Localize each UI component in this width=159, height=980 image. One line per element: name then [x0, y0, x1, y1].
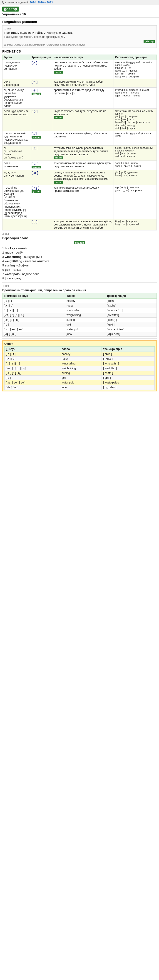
phonetics-trans-symbol: [ ŋ ] [30, 219, 52, 231]
step4-trans: [ wɪndsɜːfɪŋ ] [105, 308, 157, 313]
table-row: [ ɜː ] [ ɪ ] [ ŋ ]surfing[ sɜːfɪŋ ] [3, 318, 157, 322]
phonetics-notes: похож на безударный гласный в слове «хлА… [114, 60, 156, 79]
step4-word: hockey [65, 299, 105, 303]
table-row: [ ɜː ] [ ɪ ] [ ŋ ]surfing[ sɜːfɪŋ ] [5, 371, 155, 375]
step4-trans: [ weɪtlɪftɪŋ ] [105, 313, 157, 318]
phonetics-how: язык немного оттянуть от нижних зубов, г… [52, 161, 114, 170]
phonetics-letters: oo+kи после p, b [3, 79, 30, 88]
step4-sound: [ ɒ ] [3, 322, 65, 327]
list-item: 1hockey - хоккей [2, 246, 157, 250]
step4-table: внимание на звук слово транскрипция [ ɒ … [2, 293, 157, 337]
step3-label: 3 шаг [2, 232, 157, 235]
col-letters-header: Буква [3, 55, 30, 60]
answer-trans: [ rʌgbɪ ] [102, 356, 155, 361]
step4-trans: [ rʌgbɪ ] [105, 303, 157, 308]
phonetics-trans-symbol: [ ɪ ]gdz.top [30, 131, 52, 146]
phonetics-how: рот слегка открыть, губы расслабить, язы… [52, 60, 114, 79]
answer-word: surfing [60, 371, 102, 375]
step4-sound: [ ɪ ] [ ɪ ] [ ŋ ] [3, 308, 65, 313]
phonetics-how: язык расположить у основания нижних зубо… [52, 219, 114, 231]
answer-trans: [ dʒuːdəʊ ] [102, 385, 155, 390]
phonetics-row: oror + согласная букваои (кроме aunt)[ ɔ… [3, 146, 157, 161]
years-label: Другие года изданий [2, 1, 28, 4]
table-row: [ ɪ ] [ ɪ ] [ ŋ ]windsurfing[ wɪndsɜːfɪŋ… [3, 308, 157, 313]
phonetics-row: u + одна или несколько согласных[ ʌ ]рот… [3, 60, 157, 79]
phonetics-letters [3, 219, 30, 231]
phonetics-letters: i, если после неё идут одна или нескольк… [3, 131, 30, 146]
list-item: 6golf - гольф [2, 267, 157, 272]
step4-sound: [ eɪ ] [ ɪ ] [ ɪ ] [ ŋ ] [3, 313, 65, 318]
gdz-watermark-3: gdz.top [74, 241, 85, 244]
answer-col-trans: транскрипция [102, 347, 155, 352]
step3-task: Переводим слова [2, 236, 157, 240]
top-bar: Другие года изданий 2014 2016 – 2023 [0, 0, 159, 5]
phonetics-notes: похож на безударный [й] в «как «кто» [114, 131, 156, 146]
answer-trans: [ wɪndsɜːfɪŋ ] [102, 361, 155, 366]
answer-word: judo [60, 385, 102, 390]
step4-sound: [ ɒ ] [ ɪ ] [3, 299, 65, 303]
year1[interactable]: 2014 [30, 1, 36, 4]
step4-col-word: слово [65, 293, 105, 299]
phonetics-letters: если идут одна или несколько гласных [3, 109, 30, 131]
table-row: [ ʌ ] [ ɪ ]rugby[ rʌgbɪ ] [3, 303, 157, 308]
step4-label: 4 шаг [2, 284, 157, 288]
phonetics-row: если идут одна или несколько гласных[ ɒ … [3, 109, 157, 131]
list-item: 2rugby - регби [2, 250, 157, 255]
step4-trans: [ dʒuːdəʊ ] [105, 332, 157, 337]
list-item: 7water polo - водное поло [2, 272, 157, 276]
step4-section: 4 шаг Произносим транскрипции, опираясь … [2, 284, 157, 337]
phonetics-row: i, если после неё идут одна или нескольк… [3, 131, 157, 146]
table-row: [ eɪ ] [ ɪ ] [ ɪ ] [ ŋ ]weightlifting[ w… [3, 313, 157, 318]
col-how-header: Как произносить звук [52, 55, 114, 60]
step1-note: В этом упражнении произносятся некоторые… [4, 43, 155, 46]
list-item: 5surfing - сёрфинг [2, 263, 157, 267]
phonetics-letters: j, ge, gi, gyисключения get, give, giftн… [3, 185, 30, 219]
phonetics-notes [114, 79, 156, 88]
answer-sound: [ eɪ ] [ ɪ ] [ ɪ ] [ ŋ ] [5, 366, 60, 371]
site-logo[interactable]: gdz.top [2, 6, 19, 11]
site-header: gdz.top Упражнение 10 [0, 5, 159, 18]
phonetics-how: кончик языка к нижним зубам, губы слегка… [52, 131, 114, 146]
phonetics-how: спинку языка приподнять и расположить ро… [52, 170, 114, 185]
answer-section: Ответ [ ] звук слово транскрипция [ ɒ ] … [2, 340, 157, 391]
answer-sound: [ dʒ ] [ uː ] [5, 385, 60, 390]
table-row: [ ɒ ] [ ɪ ]hockey[ hɒkɪ ] [3, 299, 157, 303]
answer-trans: [ wɔːtə piːləʊ ] [102, 380, 155, 385]
answer-col-word: слово [60, 347, 102, 352]
answer-word: rugby [60, 356, 102, 361]
divider-1 [2, 282, 157, 283]
phonetics-trans-symbol: [ ʌ ] [30, 60, 52, 79]
answer-word: windsurfing [60, 361, 102, 366]
answer-word: hockey [60, 352, 102, 356]
step4-col-trans: транскрипция [105, 293, 157, 299]
answer-table: [ ] звук слово транскрипция [ ɒ ] [ ɪ ]h… [4, 346, 155, 390]
phonetics-notes: похож на пути более долгий звук в слове … [114, 146, 156, 161]
table-row: [ ʌ ] [ ɪ ]rugby[ rʌgbɪ ] [5, 356, 155, 361]
phonetics-trans-symbol: [ ɔː ] [30, 146, 52, 161]
phonetics-notes: звучит как что-то среднее между [о] и [э… [114, 109, 156, 131]
phonetics-notes: soon [ suːn ] - скороspoon [ spuːn ] - л… [114, 161, 156, 170]
exercise-title: Упражнение 10 [2, 13, 157, 16]
phonetics-notes: king [ kɪŋ ] - корольlong [ lɒŋ ] - длин… [114, 219, 156, 231]
phonetics-how: широко открыть рот, губы окрутить, но не… [52, 109, 114, 131]
phonetics-row: er, ir, ur, yrear + согласная[ ɜː ]спинк… [3, 170, 157, 185]
phonetics-trans-symbol: [ ə ]gdz.top [30, 88, 52, 109]
phonetics-how: кончиком языка касаться альвеол и произн… [52, 185, 114, 219]
phonetics-row: [ ŋ ]язык расположить у основания нижних… [3, 219, 157, 231]
phonetics-notes: girl [ gɜːl ] - девочкаlearn [ lɜːn ] - … [114, 170, 156, 185]
phonetics-how: как, немного оттянуть от нижних зубов, о… [52, 79, 114, 88]
phonetics-notes: age [ eɪdʒ ] - возрастgym [ dʒɪm ] - спо… [114, 185, 156, 219]
word-list: 1hockey - хоккей2rugby - регби3windsurfi… [2, 246, 157, 280]
step4-word: rugby [65, 303, 105, 308]
phonetics-letters: u + одна или несколько согласных [3, 60, 30, 79]
step4-sound: [ dʒ ] [ uː ] [3, 332, 65, 337]
step4-sound: [ ʌ ] [ ɪ ] [3, 303, 65, 308]
phonetics-table: Буква Транскрипция Как произносить звук … [2, 54, 157, 231]
year2[interactable]: 2016 – 2023 [38, 1, 53, 4]
phonetics-trans-symbol: [ ɒ ] [30, 109, 52, 131]
table-row: [ dʒ ] [ uː ]judo[ dʒuːdəʊ ] [5, 385, 155, 390]
table-row: [ ɔː ] [ əʊ ] [ əʊ ]water polo[ wɔːtə pi… [3, 327, 157, 332]
phonetics-trans-symbol: [ dʒ ]gdz.top [30, 185, 52, 219]
phonetics-letters: oror + согласная букваои (кроме aunt) [3, 146, 30, 161]
step1-block: 1 шаг Прочитаем задание и поймём, что ну… [2, 25, 157, 48]
